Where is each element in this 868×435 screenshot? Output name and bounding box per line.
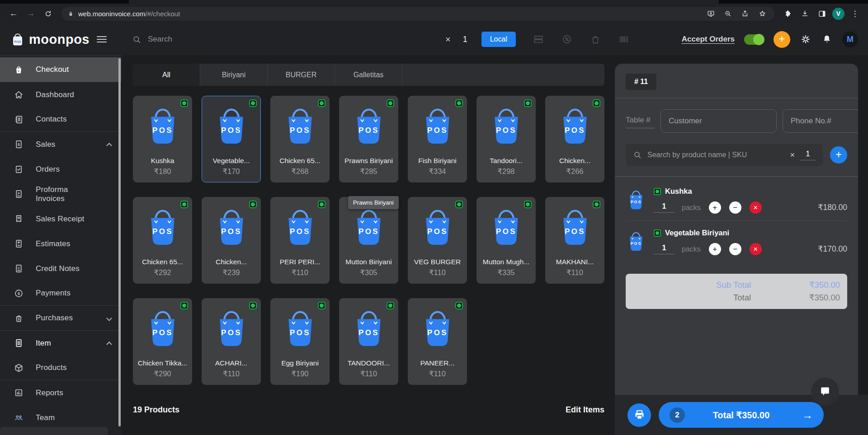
qty-decrease-button[interactable]: − [729,201,741,214]
product-card[interactable]: VEG BURGER ₹110 [408,197,467,284]
sidebar: Checkout Dashboard Contacts S [0,55,121,435]
sidebar-item[interactable]: Reports [0,380,121,405]
menu-hamburger-icon[interactable] [97,36,107,42]
cart-item-name: Kushka [665,187,692,196]
sidebar-item-icon [14,412,24,423]
header-search-input[interactable] [148,35,216,44]
product-card[interactable]: Prawns Biriyani ₹285 [339,96,398,182]
product-card[interactable]: MAKHANI... ₹110 [545,197,604,284]
bookmark-star-icon[interactable] [755,7,769,20]
qty-increase-button[interactable]: + [709,243,721,255]
discount-icon[interactable] [561,33,573,45]
sidebar-item-icon [14,189,24,199]
sidebar-item[interactable]: Orders [0,157,121,182]
category-tab[interactable]: All [133,64,200,86]
product-card[interactable]: Mutton Mugh... ₹335 [476,197,536,284]
install-app-icon[interactable] [704,7,717,20]
accept-orders-label[interactable]: Accept Orders [682,35,735,44]
sidebar-item[interactable]: Estimates [0,231,121,256]
bag-icon[interactable] [590,33,601,45]
order-search-box[interactable]: × [626,144,823,166]
sidebar-item[interactable]: Products [0,355,121,380]
sidebar-item[interactable]: Dashboard [0,82,121,107]
category-tab[interactable]: Galletitas [335,64,402,86]
product-card[interactable]: Tandoori... ₹298 [476,96,536,182]
product-card[interactable]: TANDOORI... ₹110 [339,298,398,385]
product-card[interactable]: PANEER... ₹110 [408,298,467,385]
sidebar-scrollbar[interactable] [118,58,121,426]
browser-address-bar[interactable]: web.mooninvoice.com/#/checkout [61,7,774,21]
product-card[interactable]: Chicken 65... ₹292 [133,197,192,284]
browser-profile-avatar[interactable]: V [832,8,844,20]
cart-qty-input[interactable] [654,244,675,254]
add-new-button[interactable]: + [774,31,790,48]
print-button[interactable] [627,403,651,427]
customer-input[interactable] [660,109,777,133]
sidebar-item[interactable]: Checkout [0,57,121,82]
add-item-button[interactable]: + [830,146,847,164]
product-card[interactable]: Chicken Tikka... ₹290 [133,298,192,385]
product-price: ₹292 [154,268,171,277]
product-card[interactable]: Chicken... ₹266 [545,96,604,182]
remove-item-button[interactable]: × [750,201,762,214]
product-bag-image [280,203,320,248]
browser-tab[interactable] [129,0,719,4]
browser-reload-button[interactable] [41,6,55,21]
browser-forward-button[interactable]: → [24,6,38,21]
product-card[interactable]: Chicken 65... ₹268 [270,96,330,182]
sidebar-item[interactable]: Sales Receipt [0,206,121,231]
cart-item-name: Vegetable Biriyani [665,229,729,237]
table-number-input[interactable] [626,114,655,128]
user-avatar[interactable]: M [842,32,858,47]
sidebar-item[interactable]: Team [0,405,121,430]
browser-back-button[interactable]: ← [6,6,21,21]
zoom-out-icon[interactable] [721,7,735,20]
search-clear-icon[interactable]: × [790,150,795,160]
product-card[interactable]: Fish Biriyani ₹334 [408,96,467,182]
product-bag-image [212,102,251,147]
category-tab[interactable]: Biriyani [200,64,268,86]
counter-clear-icon[interactable]: × [445,34,451,45]
extensions-puzzle-icon[interactable] [781,7,794,20]
product-card[interactable]: Chicken... ₹239 [202,197,261,284]
sidebar-item[interactable]: Contacts [0,107,121,132]
chat-support-button[interactable] [811,378,839,406]
product-card[interactable]: Egg Biriyani ₹190 [270,298,330,385]
local-mode-button[interactable]: Local [481,32,516,47]
product-card[interactable]: Mutton Biriyani ₹305 [339,197,398,284]
downloads-icon[interactable] [798,7,811,20]
barcode-icon[interactable] [618,33,630,45]
sidebar-item[interactable]: Payments [0,281,121,306]
browser-menu-icon[interactable]: ⋮ [848,7,862,20]
order-number-tab[interactable]: # 11 [626,74,656,90]
cart-qty-input[interactable] [654,202,675,213]
sidebar-item[interactable]: Credit Notes [0,256,121,281]
sidebar-item[interactable]: Purchases [0,306,121,331]
share-icon[interactable] [738,7,752,20]
sidebar-item[interactable]: Sales [0,132,121,157]
product-search-input[interactable] [647,151,784,159]
sidebar-item[interactable]: Item [0,331,121,355]
sidebar-item[interactable]: Proforma Invoices [0,182,121,206]
product-card[interactable]: Vegetable... ₹170 [202,96,261,182]
accept-orders-toggle[interactable] [744,34,764,45]
product-price: ₹110 [566,268,583,277]
qty-increase-button[interactable]: + [709,201,721,214]
edit-items-link[interactable]: Edit Items [566,405,604,415]
checkout-total-button[interactable]: 2 Total ₹350.00 → [659,402,824,428]
side-panel-icon[interactable] [815,7,829,20]
settings-gear-icon[interactable] [800,33,811,45]
remove-item-button[interactable]: × [750,243,762,255]
product-card[interactable]: Kushka ₹180 [133,96,192,182]
category-tab[interactable]: BURGER [268,64,335,86]
product-card[interactable]: ACHARI... ₹110 [202,298,261,385]
qty-decrease-button[interactable]: − [729,243,741,255]
cash-drawer-icon[interactable] [533,33,544,45]
notifications-bell-icon[interactable] [821,33,833,45]
product-name: VEG BURGER [414,258,461,266]
phone-input[interactable] [783,109,858,133]
product-name: Tandoori... [490,157,522,165]
product-card[interactable]: PERI PERI... ₹110 [270,197,330,284]
search-qty-input[interactable] [800,150,816,160]
sidebar-item-label: Team [36,413,55,422]
